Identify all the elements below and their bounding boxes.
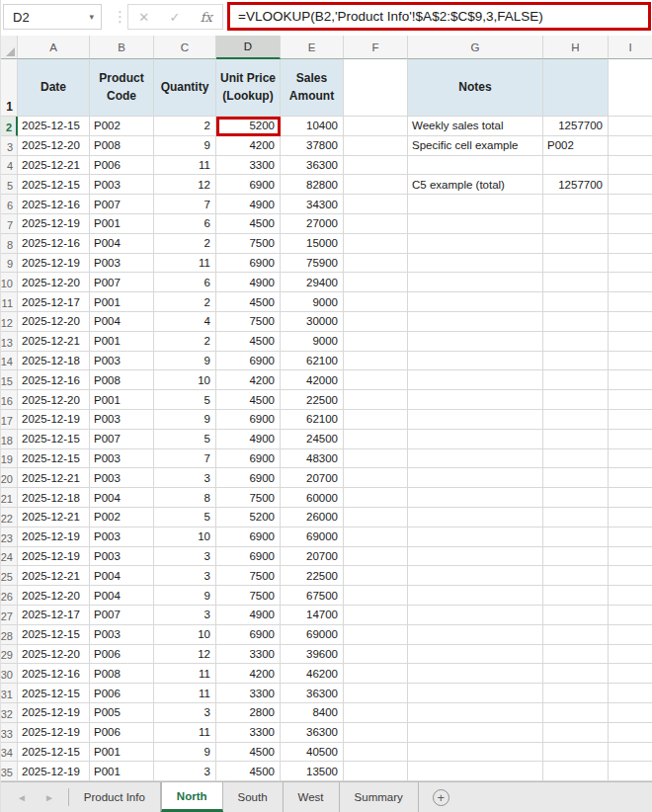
cell-F22[interactable] bbox=[344, 508, 408, 528]
cell-G2[interactable]: Weekly sales total bbox=[408, 117, 543, 136]
cell-G27[interactable] bbox=[408, 606, 543, 625]
cell-F24[interactable] bbox=[344, 547, 408, 567]
cell-E10[interactable]: 29400 bbox=[281, 273, 344, 292]
cell-B7[interactable]: P001 bbox=[90, 214, 154, 234]
cancel-icon[interactable]: ✕ bbox=[138, 10, 149, 25]
cell-A8[interactable]: 2025-12-16 bbox=[18, 234, 90, 254]
cell-C31[interactable]: 11 bbox=[154, 684, 216, 703]
cell-D20[interactable]: 6900 bbox=[216, 468, 281, 488]
header-cell-E1[interactable]: Sales Amount bbox=[281, 59, 344, 117]
cell-D13[interactable]: 4500 bbox=[216, 332, 281, 352]
cell-E7[interactable]: 27000 bbox=[281, 214, 344, 234]
header-cell-D1[interactable]: Unit Price (Lookup) bbox=[216, 59, 281, 117]
cell-D11[interactable]: 4500 bbox=[216, 292, 281, 312]
cell-E12[interactable]: 30000 bbox=[281, 312, 344, 332]
cell-H32[interactable] bbox=[543, 703, 609, 723]
cell-D29[interactable]: 3300 bbox=[216, 645, 281, 665]
cell-I34[interactable] bbox=[609, 743, 652, 763]
cell-I18[interactable] bbox=[609, 430, 652, 449]
cell-F25[interactable] bbox=[344, 566, 408, 586]
cell-B31[interactable]: P006 bbox=[90, 684, 154, 703]
cell-I14[interactable] bbox=[609, 352, 652, 371]
tab-west[interactable]: West bbox=[284, 782, 340, 812]
cell-C8[interactable]: 2 bbox=[154, 234, 216, 254]
cell-I29[interactable] bbox=[609, 645, 652, 665]
cell-G5[interactable]: C5 example (total) bbox=[408, 175, 543, 195]
cell-C20[interactable]: 3 bbox=[154, 468, 216, 488]
cell-G25[interactable] bbox=[408, 566, 543, 586]
cell-G29[interactable] bbox=[408, 645, 543, 665]
cell-F26[interactable] bbox=[344, 586, 408, 606]
cell-F35[interactable] bbox=[344, 762, 408, 781]
cell-B20[interactable]: P003 bbox=[90, 468, 154, 488]
cell-G28[interactable] bbox=[408, 625, 543, 645]
cell-E13[interactable]: 9000 bbox=[281, 332, 344, 352]
cell-F10[interactable] bbox=[344, 273, 408, 292]
cell-D9[interactable]: 6900 bbox=[216, 254, 281, 274]
cell-H35[interactable] bbox=[543, 762, 609, 781]
cell-E21[interactable]: 60000 bbox=[281, 488, 344, 508]
cell-A11[interactable]: 2025-12-17 bbox=[18, 292, 90, 312]
cell-H6[interactable] bbox=[543, 195, 609, 214]
cell-I16[interactable] bbox=[609, 390, 652, 410]
cell-C6[interactable]: 7 bbox=[154, 195, 216, 214]
cell-F18[interactable] bbox=[344, 430, 408, 449]
cell-F3[interactable] bbox=[344, 136, 408, 156]
cell-B6[interactable]: P007 bbox=[90, 195, 154, 214]
cell-B11[interactable]: P001 bbox=[90, 292, 154, 312]
cell-I20[interactable] bbox=[609, 468, 652, 488]
cell-C12[interactable]: 4 bbox=[154, 312, 216, 332]
cell-C22[interactable]: 5 bbox=[154, 508, 216, 528]
cell-B12[interactable]: P004 bbox=[90, 312, 154, 332]
cell-H20[interactable] bbox=[543, 468, 609, 488]
cell-H33[interactable] bbox=[543, 723, 609, 743]
row-header-29[interactable]: 29 bbox=[1, 645, 18, 665]
column-header-C[interactable]: C bbox=[154, 36, 216, 59]
cell-I17[interactable] bbox=[609, 410, 652, 430]
cell-B23[interactable]: P003 bbox=[90, 528, 154, 547]
cell-G6[interactable] bbox=[408, 195, 543, 214]
tab-scroll-right-icon[interactable]: ► bbox=[44, 792, 54, 803]
column-header-B[interactable]: B bbox=[90, 36, 154, 59]
cell-E15[interactable]: 42000 bbox=[281, 370, 344, 390]
cell-G4[interactable] bbox=[408, 156, 543, 176]
cell-B32[interactable]: P005 bbox=[90, 703, 154, 723]
cell-B5[interactable]: P003 bbox=[90, 175, 154, 195]
cell-F15[interactable] bbox=[344, 370, 408, 390]
cell-I5[interactable] bbox=[609, 175, 652, 195]
column-header-H[interactable]: H bbox=[543, 36, 609, 59]
cell-I32[interactable] bbox=[609, 703, 652, 723]
cell-H27[interactable] bbox=[543, 606, 609, 625]
cell-D6[interactable]: 4900 bbox=[216, 195, 281, 214]
cell-C17[interactable]: 9 bbox=[154, 410, 216, 430]
cell-G31[interactable] bbox=[408, 684, 543, 703]
cell-D15[interactable]: 4200 bbox=[216, 370, 281, 390]
cell-H21[interactable] bbox=[543, 488, 609, 508]
cell-I19[interactable] bbox=[609, 449, 652, 469]
cell-D4[interactable]: 3300 bbox=[216, 156, 281, 176]
cell-A26[interactable]: 2025-12-20 bbox=[18, 586, 90, 606]
cell-G33[interactable] bbox=[408, 723, 543, 743]
cell-I12[interactable] bbox=[609, 312, 652, 332]
cell-H12[interactable] bbox=[543, 312, 609, 332]
cell-E18[interactable]: 24500 bbox=[281, 430, 344, 449]
cell-B10[interactable]: P007 bbox=[90, 273, 154, 292]
cell-G11[interactable] bbox=[408, 292, 543, 312]
cell-A21[interactable]: 2025-12-18 bbox=[18, 488, 90, 508]
cell-D18[interactable]: 4900 bbox=[216, 430, 281, 449]
header-cell-I1[interactable] bbox=[609, 59, 652, 117]
cell-A28[interactable]: 2025-12-15 bbox=[18, 625, 90, 645]
row-header-17[interactable]: 17 bbox=[1, 410, 18, 430]
cell-G35[interactable] bbox=[408, 762, 543, 781]
cell-H26[interactable] bbox=[543, 586, 609, 606]
cell-D10[interactable]: 4900 bbox=[216, 273, 281, 292]
cell-C3[interactable]: 9 bbox=[154, 136, 216, 156]
cell-H15[interactable] bbox=[543, 370, 609, 390]
cell-I25[interactable] bbox=[609, 566, 652, 586]
cell-I6[interactable] bbox=[609, 195, 652, 214]
row-header-20[interactable]: 20 bbox=[1, 468, 18, 488]
cell-I23[interactable] bbox=[609, 528, 652, 547]
enter-icon[interactable]: ✓ bbox=[169, 10, 180, 25]
cell-C28[interactable]: 10 bbox=[154, 625, 216, 645]
row-header-28[interactable]: 28 bbox=[1, 625, 18, 645]
